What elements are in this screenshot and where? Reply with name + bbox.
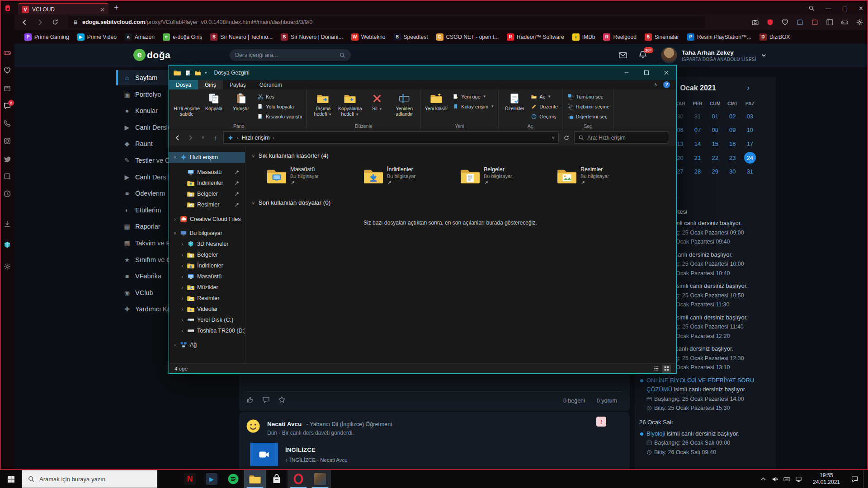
explorer-minimize-button[interactable] xyxy=(617,66,637,80)
sidebar-item-home[interactable]: ⌂Sayfam xyxy=(116,70,169,85)
new-tab-button[interactable]: + xyxy=(114,4,119,12)
tab-search-icon[interactable] xyxy=(808,5,815,11)
section-frequent-folders[interactable]: ˅ Sık kullanılan klasörler (4) xyxy=(252,152,329,159)
forward-button[interactable] xyxy=(34,17,45,28)
bookmark-5[interactable]: SSır Nuvero | Techno... xyxy=(207,32,276,42)
folder-tile-dl[interactable]: İndirilenlerBu bilgisayar xyxy=(363,163,455,188)
sidebar-item-vclub[interactable]: ◉VClub xyxy=(116,285,169,300)
tree-expand-icon[interactable]: › xyxy=(180,296,184,301)
bookmark-1[interactable]: PPrime Gaming xyxy=(21,32,73,42)
sidebar-item-vfabrika[interactable]: ■VFabrika xyxy=(116,268,169,284)
sidebar-panels-icon[interactable] xyxy=(826,19,834,26)
twitter-icon[interactable] xyxy=(3,155,11,163)
user-avatar[interactable] xyxy=(661,47,677,63)
calendar-day[interactable]: 16 xyxy=(724,137,741,151)
course-search-input[interactable] xyxy=(235,52,335,58)
bookmark-11[interactable]: iIMDb xyxy=(569,32,599,42)
volume-icon[interactable] xyxy=(772,476,778,483)
taskbar-app-game-app[interactable] xyxy=(309,470,331,488)
calendar-day[interactable]: 10 xyxy=(741,123,759,137)
tree-item-belgeler[interactable]: ›Belgeler xyxy=(169,249,245,260)
ribbon-button[interactable]: Yolu kopyala xyxy=(256,102,304,111)
calendar-day[interactable]: 15 xyxy=(706,137,724,151)
tree-item-i-ndirilenler[interactable]: ›İndirilenler xyxy=(169,260,245,271)
tree-expand-icon[interactable]: › xyxy=(180,328,184,333)
tree-item-3d-nesneler[interactable]: ›3D Nesneler xyxy=(169,239,245,249)
vk-icon[interactable] xyxy=(3,172,11,180)
start-button[interactable] xyxy=(0,470,22,488)
sidebar-item-topics[interactable]: ●Konular xyxy=(116,103,169,118)
sidebar-item-calendar[interactable]: ▦Takvim ve Planlarım xyxy=(116,235,169,251)
explorer-titlebar[interactable]: ▾ Dosya Gezgini xyxy=(169,66,676,80)
tree-expand-icon[interactable]: › xyxy=(180,263,184,268)
sidebar-item-class[interactable]: ★Sınıfım ve Okulum xyxy=(116,252,169,267)
explorer-maximize-button[interactable] xyxy=(637,66,656,80)
messages-icon[interactable] xyxy=(618,51,627,60)
sidebar-item-tests[interactable]: ✎Testler ve Ödevler xyxy=(116,153,169,168)
qat-properties-icon[interactable] xyxy=(185,70,191,76)
calendar-day[interactable]: 01 xyxy=(706,109,724,123)
live-lesson-thumbnail[interactable] xyxy=(250,443,278,466)
tree-item-masa-st-[interactable]: ›Masaüstü xyxy=(169,271,245,282)
taskbar-clock[interactable]: 19:55 24.01.2021 xyxy=(807,472,846,486)
address-dropdown-icon[interactable]: ˅ xyxy=(552,135,555,141)
heart-icon[interactable] xyxy=(781,19,789,26)
hot-deals-icon[interactable] xyxy=(3,66,11,75)
edoga-logo[interactable]: e doğa xyxy=(133,49,170,61)
tree-expand-icon[interactable]: › xyxy=(180,306,184,312)
section-collapse-icon[interactable]: ˅ xyxy=(252,153,255,159)
calendar-day[interactable]: 31 xyxy=(741,164,759,178)
messenger-panel-icon[interactable] xyxy=(796,19,804,26)
network-icon[interactable] xyxy=(795,476,802,483)
calendar-day[interactable]: 03 xyxy=(741,109,759,123)
ribbon-tab-görünüm[interactable]: Görünüm xyxy=(253,80,289,89)
user-menu-chevron-icon[interactable] xyxy=(760,52,767,59)
calendar-day[interactable]: 17 xyxy=(741,137,759,151)
calendar-day[interactable]: 23 xyxy=(724,151,741,165)
mods-icon[interactable] xyxy=(3,241,11,249)
explorer-back-button[interactable] xyxy=(173,132,183,143)
explorer-search-box[interactable] xyxy=(574,131,668,144)
sidebar-item-homework[interactable]: ≡Ödevlerim xyxy=(116,186,169,201)
calendar-day[interactable]: 21 xyxy=(689,151,707,165)
thumbnails-view-button[interactable] xyxy=(662,365,671,373)
history-icon[interactable] xyxy=(3,190,11,198)
calendar-next-icon[interactable]: › xyxy=(747,83,750,93)
folder-tile-desk[interactable]: MasaüstüBu bilgisayar xyxy=(267,163,358,188)
sidebar-item-live[interactable]: ▶Canlı Dersler xyxy=(116,120,169,135)
opera-gx-menu-icon[interactable] xyxy=(4,4,12,12)
tree-expand-icon[interactable]: › xyxy=(180,241,184,247)
ribbon-button[interactable]: Yapıştır xyxy=(228,91,254,120)
gx-corner-icon[interactable] xyxy=(3,49,11,57)
breadcrumb-location[interactable]: Hızlı erişim xyxy=(242,135,270,141)
keyboard-icon[interactable] xyxy=(783,476,790,483)
tree-item-resimler[interactable]: ›Resimler xyxy=(169,293,245,304)
ribbon-button[interactable]: Düzenle xyxy=(529,102,559,111)
calendar-day[interactable]: 28 xyxy=(689,164,707,178)
taskbar-search[interactable] xyxy=(22,470,157,488)
ribbon-tab-dosya[interactable]: Dosya xyxy=(169,80,198,89)
ribbon-button[interactable]: Kes xyxy=(256,92,304,101)
ribbon-button[interactable]: Diğerlerini seç xyxy=(566,112,611,121)
sidebar-item-reports[interactable]: ▤Raporlar xyxy=(116,219,169,234)
tree-item-belgeler[interactable]: Belgeler xyxy=(169,188,245,199)
browser-tab[interactable]: V VCLOUD ✕ xyxy=(18,3,108,15)
sidebar-item-resources[interactable]: ✚Yardımcı Kaynaklar xyxy=(116,301,169,317)
ribbon-button[interactable]: Geçmiş xyxy=(529,112,559,121)
bookmark-6[interactable]: SSır Nuvero | Donanı... xyxy=(277,32,347,42)
tree-expand-icon[interactable]: › xyxy=(180,317,184,323)
comment-icon[interactable] xyxy=(262,396,270,404)
calendar-day[interactable]: 08 xyxy=(706,123,724,137)
gamepad-icon[interactable] xyxy=(841,19,849,26)
post-author-avatar[interactable] xyxy=(245,418,261,434)
sidebar-item-recordings[interactable]: ▶Canlı Ders Kayıtları xyxy=(116,169,169,185)
tree-item-resimler[interactable]: Resimler xyxy=(169,199,245,210)
refresh-button[interactable] xyxy=(561,132,571,143)
calendar-day[interactable]: 02 xyxy=(724,109,741,123)
tree-expand-icon[interactable]: ˅ xyxy=(173,230,177,236)
taskbar-search-input[interactable] xyxy=(39,476,151,483)
post-author-name[interactable]: Necati Avcu xyxy=(267,421,302,427)
ribbon-button[interactable]: Aç▼ xyxy=(529,92,559,101)
calendar-day[interactable]: 30 xyxy=(724,164,741,178)
snapshot-camera-icon[interactable] xyxy=(751,19,759,26)
